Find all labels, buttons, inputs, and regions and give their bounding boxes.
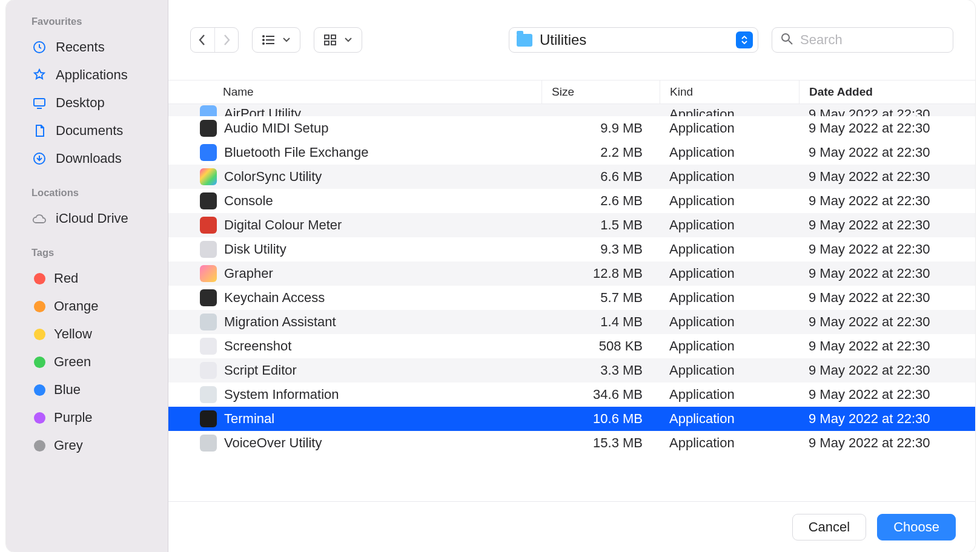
sidebar-tag-green[interactable]: Green [6, 348, 168, 376]
svg-point-7 [263, 39, 264, 41]
column-date-added[interactable]: Date Added [799, 80, 975, 104]
file-size-label: 1.5 MB [541, 217, 660, 233]
file-row[interactable]: Digital Colour Meter1.5 MBApplication9 M… [168, 213, 975, 237]
file-name-label: Screenshot [224, 338, 291, 354]
sidebar-item-desktop[interactable]: Desktop [6, 89, 168, 117]
sidebar-tag-orange[interactable]: Orange [6, 292, 168, 320]
file-size-label: 34.6 MB [541, 387, 660, 402]
scrollbar[interactable] [967, 104, 975, 501]
sidebar-tag-purple[interactable]: Purple [6, 404, 168, 432]
file-kind-label: Application [660, 193, 799, 209]
app-file-icon [200, 241, 217, 258]
file-name-label: Grapher [224, 266, 273, 281]
svg-rect-1 [34, 99, 45, 106]
column-size[interactable]: Size [541, 80, 660, 104]
search-icon [781, 33, 793, 48]
column-header: Name Size Kind Date Added [168, 80, 975, 104]
file-row[interactable]: Keychain Access5.7 MBApplication9 May 20… [168, 286, 975, 310]
view-list-button[interactable] [252, 27, 300, 53]
cancel-button[interactable]: Cancel [792, 514, 866, 540]
file-size-label: 2.6 MB [541, 193, 660, 209]
forward-button[interactable] [214, 28, 238, 52]
svg-point-8 [263, 43, 264, 44]
file-row[interactable]: Disk Utility9.3 MBApplication9 May 2022 … [168, 237, 975, 261]
sidebar-item-recents[interactable]: Recents [6, 33, 168, 61]
file-name-label: ColorSync Utility [224, 169, 322, 185]
file-row[interactable]: System Information34.6 MBApplication9 Ma… [168, 383, 975, 407]
file-kind-label: Application [660, 266, 799, 281]
file-row[interactable]: Screenshot508 KBApplication9 May 2022 at… [168, 334, 975, 358]
svg-line-14 [789, 41, 792, 44]
download-icon [31, 151, 47, 166]
cloud-icon [31, 211, 47, 226]
sidebar-item-label: Purple [54, 410, 93, 426]
sidebar-section-tags: Tags [6, 247, 168, 264]
sidebar-item-label: iCloud Drive [56, 211, 128, 226]
clock-icon [31, 39, 47, 55]
sidebar-tag-grey[interactable]: Grey [6, 432, 168, 459]
column-name[interactable]: Name [168, 85, 541, 99]
folder-path-selector[interactable]: Utilities [509, 27, 758, 53]
file-name-label: Bluetooth File Exchange [224, 145, 369, 160]
sidebar-tag-yellow[interactable]: Yellow [6, 320, 168, 348]
search-input[interactable] [800, 32, 944, 48]
sidebar-tag-blue[interactable]: Blue [6, 376, 168, 404]
file-row[interactable]: Console2.6 MBApplication9 May 2022 at 22… [168, 189, 975, 213]
back-button[interactable] [191, 28, 214, 52]
app-file-icon [200, 105, 217, 116]
file-size-label: 9.3 MB [541, 242, 660, 257]
file-date-label: 9 May 2022 at 22:30 [799, 120, 975, 136]
column-kind[interactable]: Kind [660, 80, 799, 104]
file-row[interactable]: ColorSync Utility6.6 MBApplication9 May … [168, 165, 975, 189]
chevron-down-icon [345, 38, 352, 42]
file-date-label: 9 May 2022 at 22:30 [799, 290, 975, 306]
file-kind-label: Application [660, 242, 799, 257]
file-row[interactable]: Terminal10.6 MBApplication9 May 2022 at … [168, 407, 975, 431]
file-list[interactable]: AirPort UtilityApplication9 May 2022 at … [168, 104, 975, 501]
app-file-icon [200, 338, 217, 355]
file-name-label: System Information [224, 387, 339, 402]
app-file-icon [200, 192, 217, 209]
file-name-label: Script Editor [224, 363, 297, 378]
sidebar: Favourites Recents Applications Desktop … [6, 0, 168, 552]
file-name-label: Digital Colour Meter [224, 217, 342, 233]
file-date-label: 9 May 2022 at 22:30 [799, 145, 975, 160]
svg-point-6 [263, 36, 264, 37]
file-size-label: 3.3 MB [541, 363, 660, 378]
file-date-label: 9 May 2022 at 22:30 [799, 338, 975, 354]
file-row[interactable]: Script Editor3.3 MBApplication9 May 2022… [168, 358, 975, 383]
sidebar-item-documents[interactable]: Documents [6, 117, 168, 145]
sidebar-item-label: Desktop [56, 95, 105, 111]
group-by-button[interactable] [314, 27, 362, 53]
folder-icon [517, 34, 532, 47]
file-name-label: Audio MIDI Setup [224, 120, 328, 136]
file-name-label: Keychain Access [224, 290, 325, 306]
file-date-label: 9 May 2022 at 22:30 [799, 411, 975, 427]
chevron-down-icon [283, 38, 290, 42]
file-row[interactable]: Grapher12.8 MBApplication9 May 2022 at 2… [168, 261, 975, 286]
file-date-label: 9 May 2022 at 22:30 [799, 363, 975, 378]
toolbar: Utilities [168, 0, 975, 80]
file-kind-label: Application [660, 338, 799, 354]
file-row[interactable]: Bluetooth File Exchange2.2 MBApplication… [168, 140, 975, 165]
choose-button[interactable]: Choose [877, 514, 956, 540]
sidebar-item-label: Orange [54, 298, 98, 314]
file-row[interactable]: Migration Assistant1.4 MBApplication9 Ma… [168, 310, 975, 334]
file-row[interactable]: AirPort UtilityApplication9 May 2022 at … [168, 104, 975, 116]
sidebar-tag-red[interactable]: Red [6, 264, 168, 292]
search-field-wrap[interactable] [772, 27, 953, 53]
sidebar-item-icloud-drive[interactable]: iCloud Drive [6, 205, 168, 232]
svg-rect-9 [325, 35, 329, 39]
sidebar-item-applications[interactable]: Applications [6, 61, 168, 89]
file-row[interactable]: VoiceOver Utility15.3 MBApplication9 May… [168, 431, 975, 455]
file-name-label: AirPort Utility [224, 106, 301, 116]
app-file-icon [200, 386, 217, 403]
sidebar-item-label: Blue [54, 382, 81, 398]
file-row[interactable]: Audio MIDI Setup9.9 MBApplication9 May 2… [168, 116, 975, 140]
file-date-label: 9 May 2022 at 22:30 [799, 266, 975, 281]
file-kind-label: Application [660, 120, 799, 136]
file-kind-label: Application [660, 145, 799, 160]
sidebar-section-locations: Locations [6, 187, 168, 205]
sidebar-item-downloads[interactable]: Downloads [6, 145, 168, 172]
svg-point-13 [782, 34, 789, 41]
